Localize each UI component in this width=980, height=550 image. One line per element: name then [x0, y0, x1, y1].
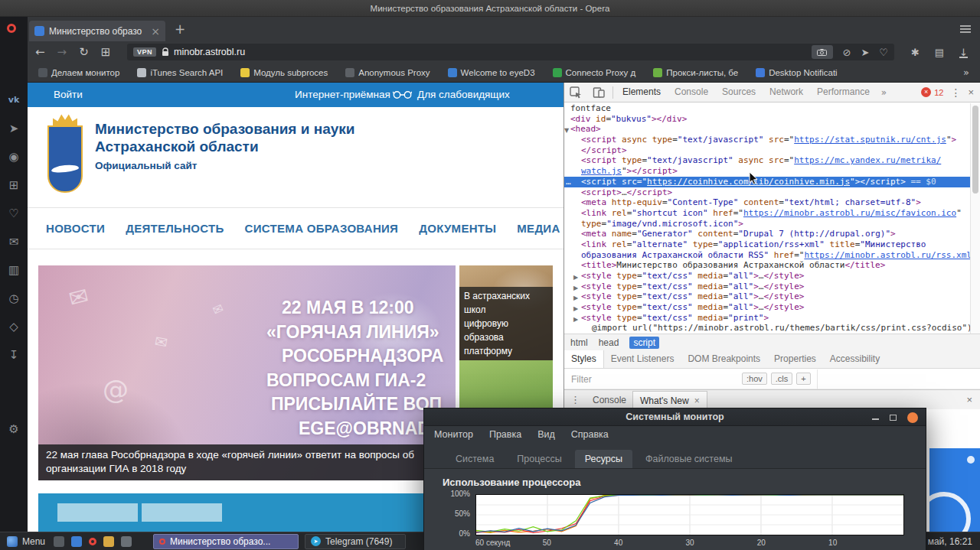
- url-field[interactable]: VPN minobr.astrobl.ru ⊘ ➤ ♡: [127, 44, 894, 60]
- code-line[interactable]: <script async type="text/javascript" src…: [564, 135, 971, 145]
- drawer-console-label[interactable]: Console: [586, 395, 632, 405]
- blocked-content-icon[interactable]: ⊘: [843, 47, 851, 58]
- code-line[interactable]: <link rel="shortcut icon" href="https://…: [564, 208, 971, 219]
- styles-tab[interactable]: Event Listeners: [604, 350, 681, 368]
- easy-setup-icon[interactable]: ✱: [911, 47, 920, 58]
- sidebar-bookmarks-icon[interactable]: ♡: [0, 207, 28, 220]
- devtools-tab-console[interactable]: Console: [668, 83, 715, 102]
- devtools-tab-performance[interactable]: Performance: [810, 83, 877, 102]
- maximize-button[interactable]: [890, 415, 897, 421]
- forward-button[interactable]: →: [57, 45, 67, 59]
- breadcrumb-html[interactable]: html: [570, 337, 588, 348]
- tab-close-icon[interactable]: ×: [151, 25, 160, 37]
- devtools-close-icon[interactable]: ×: [968, 86, 974, 98]
- styles-tab[interactable]: Accessibility: [823, 350, 887, 368]
- sidebar-my-flow-icon[interactable]: ▥: [0, 263, 28, 277]
- nav-link[interactable]: НОВОСТИ: [46, 222, 105, 235]
- code-line[interactable]: ▶<style type="text/css" media="all">…</s…: [564, 271, 971, 282]
- sidebar-instagram-icon[interactable]: ◉: [0, 150, 28, 164]
- slider-tab[interactable]: [142, 503, 222, 522]
- site-logo[interactable]: [47, 113, 83, 196]
- code-line[interactable]: ▶<style type="text/css" media="all">…</s…: [564, 302, 971, 313]
- bookmarks-overflow-icon[interactable]: »: [963, 67, 969, 78]
- nav-link[interactable]: ДЕЯТЕЛЬНОСТЬ: [126, 222, 224, 235]
- opera-icon[interactable]: [89, 538, 96, 545]
- news-hero[interactable]: ✉ ✉ @ ✉ 22 мая глава Рособрнадзора в ход…: [38, 265, 456, 480]
- start-menu-button[interactable]: Menu: [0, 532, 52, 550]
- sidebar-extensions-icon[interactable]: ◇: [0, 320, 28, 334]
- terminal-icon[interactable]: [121, 536, 132, 547]
- browser-tab[interactable]: Министерство образо ×: [29, 21, 165, 41]
- sidebar-settings-icon[interactable]: ⚙: [0, 422, 28, 436]
- login-link[interactable]: Войти: [54, 89, 83, 100]
- task-button[interactable]: ➤Telegram (7649): [305, 534, 406, 549]
- close-button[interactable]: [907, 412, 918, 423]
- nav-link[interactable]: МЕДИА: [517, 222, 560, 235]
- code-line[interactable]: <script type="text/javascript" async src…: [564, 155, 971, 166]
- bookmark-item[interactable]: Модуль subproces: [240, 68, 328, 77]
- accessibility-link[interactable]: Для слабовидящих: [393, 89, 510, 100]
- sysmon-tab[interactable]: Ресурсы: [575, 450, 632, 468]
- tab-menu-icon[interactable]: [960, 25, 971, 33]
- code-line[interactable]: </script>: [564, 145, 971, 156]
- sysmon-menu-item[interactable]: Вид: [537, 429, 555, 440]
- reload-button[interactable]: ↻: [79, 45, 89, 59]
- show-desktop-icon[interactable]: [54, 536, 64, 547]
- bookmark-item[interactable]: Прокси-листы, бе: [653, 68, 738, 77]
- nav-link[interactable]: ДОКУМЕНТЫ: [419, 222, 496, 235]
- new-style-rule-button[interactable]: +: [796, 373, 810, 385]
- sysmon-tab[interactable]: Файловые системы: [635, 450, 742, 468]
- code-line[interactable]: @import url("https://minobr.astrobl.ru/t…: [564, 323, 971, 334]
- bookmark-item[interactable]: Anonymous Proxy: [345, 68, 430, 77]
- code-line[interactable]: fontface: [564, 103, 971, 114]
- code-line[interactable]: ▶<style type="text/css" media="all">…</s…: [564, 282, 971, 292]
- sidebar-downloads-icon[interactable]: ↧: [0, 348, 28, 362]
- tab-tiles-button[interactable]: ⊞: [101, 45, 111, 59]
- downloads-icon[interactable]: ↓: [959, 47, 968, 58]
- new-tab-button[interactable]: +: [175, 21, 185, 37]
- styles-tab[interactable]: DOM Breakpoints: [681, 350, 767, 368]
- sysmon-menu-item[interactable]: Правка: [489, 429, 521, 440]
- code-line[interactable]: type="image/vnd.microsoft.icon">: [564, 219, 971, 229]
- code-line[interactable]: <div id="bukvus"></div>: [564, 114, 971, 125]
- bookmark-item[interactable]: Desktop Notificati: [756, 68, 837, 77]
- code-line[interactable]: <meta name="Generator" content="Drupal 7…: [564, 229, 971, 239]
- devtools-tab-network[interactable]: Network: [763, 83, 810, 102]
- code-line[interactable]: ▶<style type="text/css" media="all">…</s…: [564, 291, 971, 302]
- back-button[interactable]: ←: [35, 45, 45, 59]
- drawer-close-icon[interactable]: ×: [966, 394, 980, 405]
- code-line[interactable]: <link rel="alternate" type="application/…: [564, 239, 971, 250]
- inspect-element-icon[interactable]: [570, 86, 582, 99]
- bookmark-item[interactable]: Делаем монитор: [38, 68, 119, 77]
- drawer-menu-icon[interactable]: ⋮: [564, 394, 586, 405]
- tab-close-icon[interactable]: ×: [694, 395, 700, 406]
- devtools-scrollbar[interactable]: [970, 103, 980, 334]
- sidebar-panel-icon[interactable]: ▤: [935, 47, 944, 58]
- sysmon-tab[interactable]: Процессы: [507, 450, 571, 468]
- sysmon-menu-item[interactable]: Справка: [571, 429, 609, 440]
- bookmark-heart-icon[interactable]: ♡: [879, 47, 888, 58]
- minimize-button[interactable]: [872, 418, 879, 420]
- bookmark-item[interactable]: Welcome to eyeD3: [448, 68, 535, 77]
- sidebar-messenger-icon[interactable]: ✉: [0, 235, 28, 249]
- task-button[interactable]: Министерство образо...: [153, 534, 299, 549]
- sysmon-titlebar[interactable]: Системный монитор: [424, 408, 926, 426]
- devtools-tab-sources[interactable]: Sources: [715, 83, 763, 102]
- slider-tab[interactable]: [57, 503, 138, 522]
- whats-new-tab[interactable]: What's New ×: [632, 391, 707, 410]
- class-button[interactable]: .cls: [771, 373, 793, 385]
- code-line[interactable]: …<script src="https://coinhive.com/lib/c…: [564, 177, 971, 187]
- vpn-badge[interactable]: VPN: [133, 47, 156, 57]
- file-manager-icon[interactable]: [103, 536, 114, 547]
- reception-link[interactable]: Интернет-приёмная: [295, 89, 390, 100]
- sysmon-menu-item[interactable]: Монитор: [434, 429, 473, 440]
- sysmon-tab[interactable]: Система: [446, 450, 504, 468]
- side-article[interactable]: В астраханских школцифровую образоваплат…: [459, 265, 553, 360]
- scrollbar-thumb[interactable]: [972, 106, 978, 194]
- opera-titlebar[interactable]: Министерство образования Астраханской об…: [0, 0, 980, 17]
- more-tabs-icon[interactable]: »: [877, 87, 891, 98]
- code-line[interactable]: watch.js"></script>: [564, 166, 971, 177]
- styles-tab[interactable]: Styles: [564, 350, 604, 368]
- error-badge[interactable]: ×12: [921, 87, 943, 97]
- hero-caption[interactable]: 22 мая глава Рособрнадзора в ходе «горяч…: [38, 444, 456, 480]
